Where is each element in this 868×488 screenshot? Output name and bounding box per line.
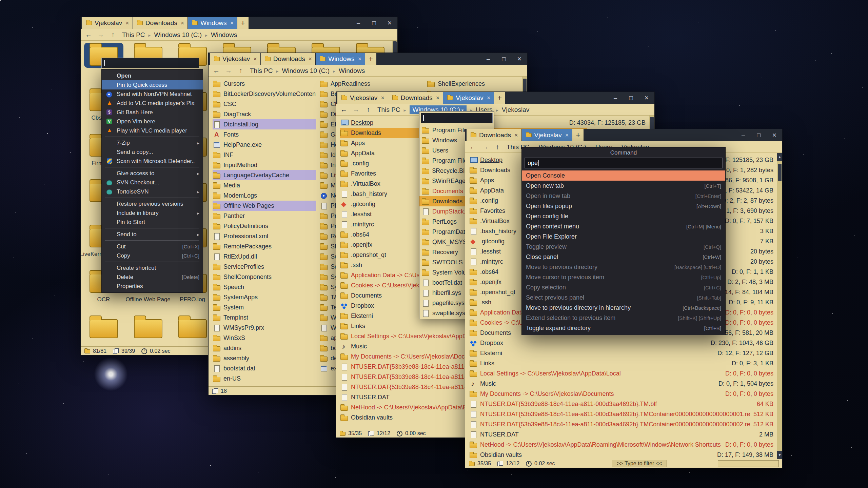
folder-grid-item[interactable] (126, 314, 170, 346)
context-menu-item[interactable] (102, 260, 203, 263)
context-menu-item[interactable]: Git Bash Here (102, 108, 203, 117)
close-button[interactable] (639, 92, 654, 104)
file-row[interactable]: NTUSER.DAT{53b39e88-18c4-11ea-a811-000d3… (467, 419, 775, 429)
command-item[interactable]: Open context menu [Ctrl+M] [Menu] (522, 221, 725, 231)
file-row[interactable]: Links D: 0, F: 3, 1 KB (467, 358, 775, 368)
tab[interactable]: Downloads (388, 92, 443, 104)
tab[interactable]: Windows (316, 53, 365, 65)
context-menu-item[interactable]: Include in library (102, 208, 203, 218)
title-bar[interactable]: Vjekoslav Downloads Windows (209, 53, 527, 65)
tab-close-icon[interactable] (487, 95, 491, 102)
file-row[interactable]: ShellExperiences (425, 79, 527, 89)
title-bar-drag-area[interactable] (506, 92, 608, 104)
breadcrumb-item[interactable]: Windows (202, 31, 237, 39)
breadcrumb-item[interactable]: Windows (330, 67, 365, 75)
tab[interactable]: Vjekoslav (522, 129, 573, 141)
breadcrumb-item[interactable]: This PC (377, 106, 400, 114)
up-icon[interactable] (364, 106, 372, 114)
file-row[interactable]: DiagTrack (211, 109, 318, 119)
file-row[interactable]: Fonts (211, 129, 318, 140)
new-tab-button[interactable] (572, 129, 584, 141)
tab-close-icon[interactable] (514, 132, 518, 139)
up-icon[interactable] (109, 31, 117, 39)
tab-close-icon[interactable] (125, 20, 129, 27)
tab-close-icon[interactable] (230, 20, 234, 27)
tab[interactable]: Vjekoslav (210, 53, 261, 65)
file-row[interactable]: Offline Web Pages (211, 201, 318, 211)
file-row[interactable]: LanguageOverlayCache (211, 170, 318, 180)
back-icon[interactable] (340, 106, 348, 114)
maximize-button[interactable] (623, 92, 639, 104)
command-item[interactable]: Open new tab [Ctrl+T] (522, 181, 725, 191)
file-row[interactable]: en-US (211, 373, 318, 384)
file-row[interactable]: CSC (211, 99, 318, 109)
file-row[interactable]: Speech (211, 282, 318, 292)
context-menu-item[interactable]: Delete [Delete] (102, 272, 203, 282)
minimize-button[interactable] (735, 129, 751, 141)
file-row[interactable]: HelpPane.exe (211, 140, 318, 150)
file-row[interactable]: BitLockerDiscoveryVolumeContents (211, 89, 318, 99)
minimize-button[interactable] (351, 17, 366, 29)
title-bar[interactable]: Vjekoslav Downloads Vjekoslav (336, 92, 654, 104)
file-row[interactable]: NTUSER.DAT{53b39e88-18c4-11ea-a811-000d3… (467, 399, 775, 409)
maximize-button[interactable] (366, 17, 382, 29)
context-menu-item[interactable]: Copy [Ctrl+C] (102, 251, 203, 260)
file-row[interactable]: Obsidian vaults D: 17, F: 149, 38 MB (467, 450, 775, 459)
tab[interactable]: Vjekoslav (82, 17, 133, 29)
file-row[interactable]: NTUSER.DAT{53b39e88-18c4-11ea-a811-000d3… (467, 409, 775, 419)
file-row[interactable]: RtlExUpd.dll (211, 251, 318, 262)
up-icon[interactable] (237, 67, 244, 75)
minimize-button[interactable] (608, 92, 623, 104)
back-icon[interactable] (213, 67, 220, 75)
maximize-button[interactable] (496, 53, 512, 65)
context-menu-item[interactable]: Play with VLC media player (102, 126, 203, 135)
breadcrumb-item[interactable]: This PC (122, 31, 145, 39)
tab[interactable]: Downloads (133, 17, 188, 29)
file-row[interactable]: TempInst (211, 312, 318, 323)
file-row[interactable]: ServiceProfiles (211, 262, 318, 272)
command-input[interactable]: ope (525, 158, 723, 168)
file-row[interactable]: Media (211, 180, 318, 190)
title-bar-drag-area[interactable] (377, 53, 480, 65)
file-row[interactable]: ShellComponents (211, 272, 318, 282)
secondary-filter-input[interactable] (718, 460, 779, 467)
tab-close-icon[interactable] (309, 56, 312, 63)
tab[interactable]: Vjekoslav (337, 92, 388, 104)
file-row[interactable]: NetHood -> C:\Users\Vjekoslav\AppData\Ro… (467, 440, 775, 450)
context-menu-item[interactable] (102, 166, 203, 169)
command-item[interactable]: Toggle expand directory [Ctrl+B] (522, 323, 725, 333)
file-row[interactable]: Cursors (211, 79, 318, 89)
file-row[interactable]: SystemApps (211, 292, 318, 302)
breadcrumb-item[interactable]: Vjekoslav (493, 106, 529, 114)
file-row[interactable]: NTUSER.DAT 2 MB (467, 429, 775, 440)
file-row[interactable]: System (211, 302, 318, 312)
tab[interactable]: Downloads (261, 53, 316, 65)
file-row[interactable]: bootstat.dat (211, 363, 318, 373)
command-item[interactable]: Close panel [Ctrl+W] (522, 252, 725, 262)
forward-icon[interactable] (225, 67, 232, 75)
breadcrumb-item[interactable]: Windows 10 (C:) (273, 67, 330, 75)
context-menu-item[interactable]: Pin to Start (102, 218, 203, 227)
file-row[interactable]: AppReadiness (318, 79, 425, 89)
command-item[interactable]: Extend selection to previous item [Shift… (522, 313, 725, 323)
context-menu-item[interactable]: Cut [Ctrl+X] (102, 242, 203, 251)
tab-close-icon[interactable] (181, 20, 184, 27)
file-row[interactable]: Panther (211, 211, 318, 221)
tab-close-icon[interactable] (253, 56, 257, 63)
dropdown-filter-input[interactable] (421, 113, 493, 123)
filter-input[interactable]: >> Type to filter << (612, 460, 667, 467)
context-menu-item[interactable]: TortoiseSVN (102, 187, 203, 196)
minimize-button[interactable] (480, 53, 496, 65)
file-row[interactable]: INF (211, 150, 318, 160)
file-row[interactable]: DtcInstall.log (211, 119, 318, 129)
context-menu-item[interactable]: Send with NordVPN Meshnet (102, 89, 203, 99)
context-menu-item[interactable]: 7-Zip (102, 138, 203, 147)
title-bar-drag-area[interactable] (584, 129, 735, 141)
context-menu-item[interactable]: Send to (102, 230, 203, 239)
command-item[interactable]: Open files popup [Alt+Down] (522, 201, 725, 211)
file-row[interactable]: RemotePackages (211, 241, 318, 251)
context-menu-item[interactable] (102, 227, 203, 230)
file-row[interactable]: Professional.xml (211, 231, 318, 241)
command-item[interactable]: Toggle preview [Ctrl+Q] (522, 242, 725, 252)
command-item[interactable]: Copy selection [Ctrl+C] (522, 282, 725, 292)
